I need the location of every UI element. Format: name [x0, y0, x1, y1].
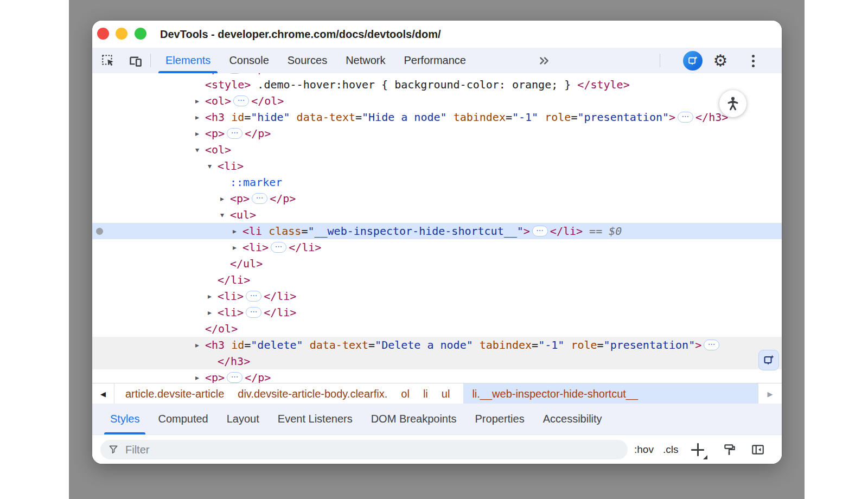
- ellipsis-expand-button[interactable]: ⋯: [227, 128, 242, 139]
- code-token-tag: </li>: [218, 272, 250, 288]
- dom-tree-row[interactable]: ▸<p>⋯</p>: [92, 125, 782, 142]
- dom-tree-row[interactable]: ▸<ol>⋯</ol>: [92, 93, 782, 109]
- ellipsis-expand-button[interactable]: ⋯: [246, 291, 261, 302]
- dom-tree-row[interactable]: </ol>: [92, 321, 782, 337]
- tab-accessibility[interactable]: Accessibility: [534, 404, 611, 434]
- breadcrumb-item-div[interactable]: div.devsite-article-body.clearfix.: [238, 383, 387, 404]
- toggle-classes-button[interactable]: .cls: [663, 435, 679, 464]
- indent-spacer: [92, 378, 195, 378]
- selected-row-marker-dot: [96, 228, 103, 235]
- ellipsis-expand-button[interactable]: ⋯: [246, 307, 261, 318]
- scroll-into-view-button[interactable]: [758, 350, 779, 370]
- tab-layout[interactable]: Layout: [218, 404, 269, 434]
- dom-tree-row[interactable]: ▾<ol>: [92, 142, 782, 158]
- tab-network[interactable]: Network: [336, 48, 394, 73]
- code-token-tag: <li>: [242, 239, 269, 255]
- twisty-open-icon[interactable]: ▾: [220, 207, 230, 223]
- code-token-tag: <p>: [205, 125, 225, 142]
- accessibility-overlay-button[interactable]: [719, 90, 746, 117]
- dom-tree-row[interactable]: ▸<p>⋯</p>: [92, 369, 782, 383]
- breadcrumb-item-li[interactable]: li: [423, 383, 428, 404]
- style-filter-input[interactable]: [124, 443, 568, 457]
- tab-console[interactable]: Console: [220, 48, 278, 73]
- dom-tree-row[interactable]: </h3>: [92, 353, 782, 369]
- ellipsis-expand-button[interactable]: ⋯: [227, 73, 242, 74]
- twisty-closed-icon[interactable]: ▸: [233, 239, 242, 255]
- indent-spacer: [92, 133, 195, 134]
- more-tabs-button[interactable]: [537, 48, 551, 73]
- ellipsis-expand-button[interactable]: ⋯: [271, 242, 286, 253]
- tab-styles[interactable]: Styles: [101, 404, 149, 434]
- twisty-closed-icon[interactable]: ▸: [208, 288, 218, 304]
- twisty-open-icon[interactable]: ▾: [195, 142, 205, 158]
- code-token-tag: <ul>: [230, 207, 256, 223]
- twisty-closed-icon[interactable]: ▸: [195, 337, 205, 353]
- twisty-closed-icon[interactable]: ▸: [195, 109, 205, 125]
- dom-tree-row[interactable]: ▸<li>⋯</li>: [92, 304, 782, 321]
- ellipsis-expand-button[interactable]: ⋯: [233, 95, 249, 106]
- ai-assistant-button[interactable]: [683, 51, 703, 71]
- code-token-attr: id: [231, 109, 244, 125]
- minimize-window-button[interactable]: [116, 28, 127, 40]
- tab-elements[interactable]: Elements: [156, 48, 220, 73]
- twisty-closed-icon[interactable]: ▸: [195, 93, 205, 109]
- paint-roller-icon: [723, 443, 737, 457]
- code-token-plain: [262, 223, 269, 239]
- zoom-window-button[interactable]: [135, 28, 146, 40]
- dom-tree-row[interactable]: ▾<li>: [92, 158, 782, 174]
- toggle-hover-state-button[interactable]: :hov: [634, 435, 654, 464]
- dom-tree-row[interactable]: ▸<h3 id="delete" data-text="Delete a nod…: [92, 337, 782, 353]
- indent-spacer: [92, 215, 220, 215]
- twisty-closed-icon[interactable]: ▸: [195, 369, 205, 383]
- tab-dom-breakpoints[interactable]: DOM Breakpoints: [362, 404, 466, 434]
- device-toolbar-button[interactable]: [126, 52, 144, 69]
- dom-tree-row[interactable]: </li>: [92, 272, 782, 288]
- dom-tree-row[interactable]: <style> .demo--hover:hover { background-…: [92, 76, 782, 93]
- dom-tree: ▸<p>⋯</p><style> .demo--hover:hover { ba…: [92, 73, 782, 383]
- twisty-open-icon[interactable]: ▾: [208, 158, 218, 174]
- ellipsis-expand-button[interactable]: ⋯: [678, 112, 693, 123]
- dom-tree-row[interactable]: ▸<li>⋯</li>: [92, 288, 782, 304]
- dom-tree-row[interactable]: ▾<ul>: [92, 207, 782, 223]
- ellipsis-expand-button[interactable]: ⋯: [252, 193, 267, 204]
- ellipsis-expand-button[interactable]: ⋯: [704, 340, 719, 350]
- tab-properties[interactable]: Properties: [466, 404, 534, 434]
- tab-event-listeners[interactable]: Event Listeners: [269, 404, 362, 434]
- tab-computed[interactable]: Computed: [149, 404, 217, 434]
- code-token-plain: =: [355, 109, 362, 125]
- twisty-closed-icon[interactable]: ▸: [195, 125, 205, 142]
- rendering-emulation-button[interactable]: [722, 442, 738, 457]
- inspect-button[interactable]: [99, 52, 117, 69]
- twisty-closed-icon[interactable]: ▸: [220, 190, 230, 207]
- dom-tree-row[interactable]: ▸<li>⋯</li>: [92, 239, 782, 255]
- code-token-val: "-1": [512, 109, 538, 125]
- code-token-attr: role: [571, 337, 597, 353]
- dom-tree-row[interactable]: ▸<p>⋯</p>: [92, 190, 782, 207]
- breadcrumb-scroll-right-button[interactable]: ▶: [758, 383, 782, 404]
- settings-button[interactable]: ⚙: [711, 49, 730, 73]
- toggle-sidebar-button[interactable]: [750, 442, 766, 457]
- breadcrumb-item-ol[interactable]: ol: [401, 383, 410, 404]
- dom-tree-row[interactable]: </ul>: [92, 255, 782, 272]
- dom-tree-row[interactable]: ▸<li class="__web-inspector-hide-shortcu…: [92, 223, 782, 239]
- twisty-closed-icon[interactable]: ▸: [233, 223, 242, 239]
- dom-tree-row[interactable]: ▸<h3 id="hide" data-text="Hide a node" t…: [92, 109, 782, 125]
- ellipsis-expand-button[interactable]: ⋯: [532, 226, 548, 236]
- twisty-closed-icon[interactable]: ▸: [208, 304, 218, 321]
- breadcrumb: ◀ article.devsite-article div.devsite-ar…: [92, 383, 782, 404]
- close-window-button[interactable]: [97, 28, 109, 40]
- breadcrumb-item-ul[interactable]: ul: [442, 383, 450, 404]
- new-style-rule-button[interactable]: [689, 441, 707, 459]
- tab-performance[interactable]: Performance: [395, 48, 476, 73]
- breadcrumb-scroll-left-button[interactable]: ◀: [92, 383, 114, 404]
- indent-spacer: [92, 150, 195, 150]
- indent-spacer: [92, 85, 195, 85]
- more-options-button[interactable]: [745, 53, 761, 69]
- code-token-val: "-1": [538, 337, 564, 353]
- code-token-tag: <ol>: [205, 93, 231, 109]
- breadcrumb-item-selected-li[interactable]: li.__web-inspector-hide-shortcut__: [463, 383, 758, 404]
- breadcrumb-item-article[interactable]: article.devsite-article: [125, 383, 224, 404]
- ellipsis-expand-button[interactable]: ⋯: [227, 372, 242, 383]
- dom-tree-row[interactable]: ::marker: [92, 174, 782, 190]
- tab-sources[interactable]: Sources: [278, 48, 336, 73]
